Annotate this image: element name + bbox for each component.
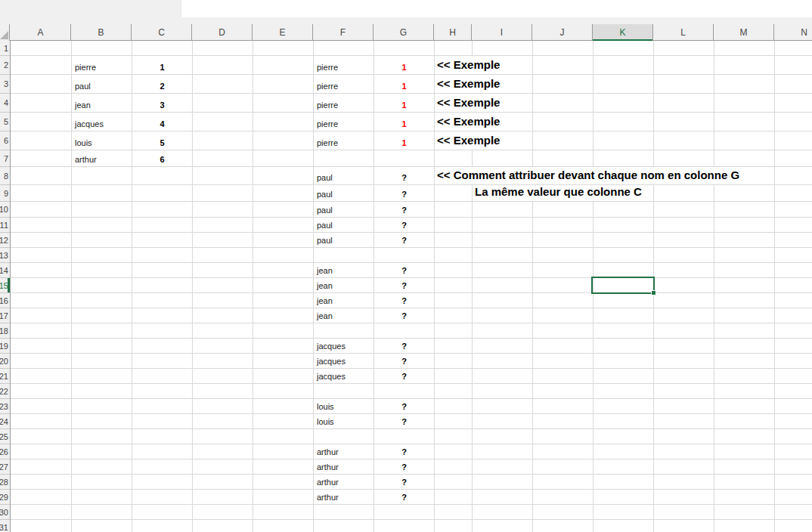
column-header-H[interactable]: H (434, 24, 472, 41)
cell-H2[interactable]: << Exemple (435, 56, 504, 74)
cell-H5[interactable]: << Exemple (435, 113, 504, 131)
formula-bar-input[interactable] (181, 0, 812, 17)
column-header-B[interactable]: B (71, 24, 132, 41)
cell-G20[interactable]: ? (374, 354, 434, 368)
cell-B7[interactable]: arthur (72, 150, 132, 166)
cell-G26[interactable]: ? (374, 444, 434, 459)
cell-F6[interactable]: pierre (314, 131, 373, 150)
column-header-F[interactable]: F (313, 24, 373, 41)
cell-F9[interactable]: paul (314, 185, 373, 201)
column-header-A[interactable]: A (11, 24, 71, 41)
cell-G12[interactable]: ? (374, 233, 434, 247)
row-header-24[interactable]: 24 (0, 414, 10, 429)
cell-F2[interactable]: pierre (314, 56, 373, 74)
cell-C4[interactable]: 3 (132, 94, 192, 112)
row-header-11[interactable]: 11 (0, 218, 10, 233)
row-header-28[interactable]: 28 (0, 475, 10, 490)
row-header-7[interactable]: 7 (0, 150, 10, 167)
cell-G2[interactable]: 1 (374, 56, 434, 74)
cell-B2[interactable]: pierre (72, 56, 132, 74)
row-header-22[interactable]: 22 (0, 384, 10, 399)
select-all-corner[interactable] (0, 24, 10, 41)
cell-F16[interactable]: jean (314, 293, 373, 308)
column-header-N[interactable]: N (774, 24, 812, 41)
row-header-29[interactable]: 29 (0, 490, 10, 505)
cell-G16[interactable]: ? (374, 293, 434, 308)
cell-C7[interactable]: 6 (132, 150, 192, 166)
cell-H8[interactable]: << Comment attribuer devant chaque nom e… (435, 167, 743, 184)
row-header-6[interactable]: 6 (0, 131, 10, 150)
row-header-3[interactable]: 3 (0, 75, 10, 94)
row-header-30[interactable]: 30 (0, 505, 10, 520)
cell-G17[interactable]: ? (374, 308, 434, 323)
cell-H4[interactable]: << Exemple (435, 94, 504, 112)
cell-G21[interactable]: ? (374, 369, 434, 383)
column-header-C[interactable]: C (132, 24, 192, 41)
cell-G24[interactable]: ? (374, 414, 434, 428)
cell-H6[interactable]: << Exemple (435, 131, 504, 150)
row-header-1[interactable]: 1 (0, 41, 10, 56)
cell-F11[interactable]: paul (314, 218, 373, 232)
row-header-15[interactable]: 15 (0, 278, 10, 293)
column-header-E[interactable]: E (253, 24, 313, 41)
cell-B4[interactable]: jean (72, 94, 132, 112)
cell-F28[interactable]: arthur (314, 475, 373, 489)
cell-H3[interactable]: << Exemple (435, 75, 504, 93)
cell-F4[interactable]: pierre (314, 94, 373, 112)
cell-G23[interactable]: ? (374, 399, 434, 413)
cell-G28[interactable]: ? (374, 475, 434, 489)
cell-F23[interactable]: louis (314, 399, 373, 413)
cell-F8[interactable]: paul (314, 167, 373, 184)
row-header-21[interactable]: 21 (0, 369, 10, 384)
row-header-9[interactable]: 9 (0, 185, 10, 202)
row-header-13[interactable]: 13 (0, 248, 10, 263)
cell-G6[interactable]: 1 (374, 131, 434, 150)
column-header-K[interactable]: K (593, 24, 653, 41)
row-header-17[interactable]: 17 (0, 308, 10, 323)
row-header-20[interactable]: 20 (0, 354, 10, 369)
column-header-L[interactable]: L (653, 24, 714, 41)
cell-F24[interactable]: louis (314, 414, 373, 428)
cell-G14[interactable]: ? (374, 263, 434, 277)
cell-F27[interactable]: arthur (314, 459, 373, 474)
cell-G5[interactable]: 1 (374, 113, 434, 131)
cell-F12[interactable]: paul (314, 233, 373, 247)
row-header-4[interactable]: 4 (0, 94, 10, 113)
cell-G29[interactable]: ? (374, 490, 434, 504)
row-header-18[interactable]: 18 (0, 323, 10, 339)
row-header-2[interactable]: 2 (0, 56, 10, 75)
cell-B3[interactable]: paul (72, 75, 132, 93)
cell-G8[interactable]: ? (374, 167, 434, 184)
row-header-5[interactable]: 5 (0, 113, 10, 131)
row-header-23[interactable]: 23 (0, 399, 10, 414)
row-header-19[interactable]: 19 (0, 339, 10, 354)
column-header-J[interactable]: J (532, 24, 593, 41)
cell-C2[interactable]: 1 (132, 56, 192, 74)
cell-F5[interactable]: pierre (314, 113, 373, 131)
cell-F29[interactable]: arthur (314, 490, 373, 504)
column-header-M[interactable]: M (714, 24, 774, 41)
row-header-10[interactable]: 10 (0, 202, 10, 218)
cell-F20[interactable]: jacques (314, 354, 373, 368)
cell-F10[interactable]: paul (314, 202, 373, 217)
cell-G19[interactable]: ? (374, 339, 434, 353)
row-header-25[interactable]: 25 (0, 429, 10, 444)
column-header-I[interactable]: I (472, 24, 532, 41)
cell-F17[interactable]: jean (314, 308, 373, 323)
cell-G3[interactable]: 1 (374, 75, 434, 93)
cell-C3[interactable]: 2 (132, 75, 192, 93)
cell-G27[interactable]: ? (374, 459, 434, 474)
row-header-31[interactable]: 31 (0, 520, 10, 532)
row-header-12[interactable]: 12 (0, 233, 10, 248)
fill-handle[interactable] (651, 290, 656, 295)
cell-C5[interactable]: 4 (132, 113, 192, 131)
cell-G15[interactable]: ? (374, 278, 434, 292)
row-header-27[interactable]: 27 (0, 459, 10, 475)
cell-G9[interactable]: ? (374, 185, 434, 201)
cell-G4[interactable]: 1 (374, 94, 434, 112)
cell-F3[interactable]: pierre (314, 75, 373, 93)
cell-B5[interactable]: jacques (72, 113, 132, 131)
cell-G11[interactable]: ? (374, 218, 434, 232)
row-header-14[interactable]: 14 (0, 263, 10, 278)
row-header-26[interactable]: 26 (0, 444, 10, 459)
